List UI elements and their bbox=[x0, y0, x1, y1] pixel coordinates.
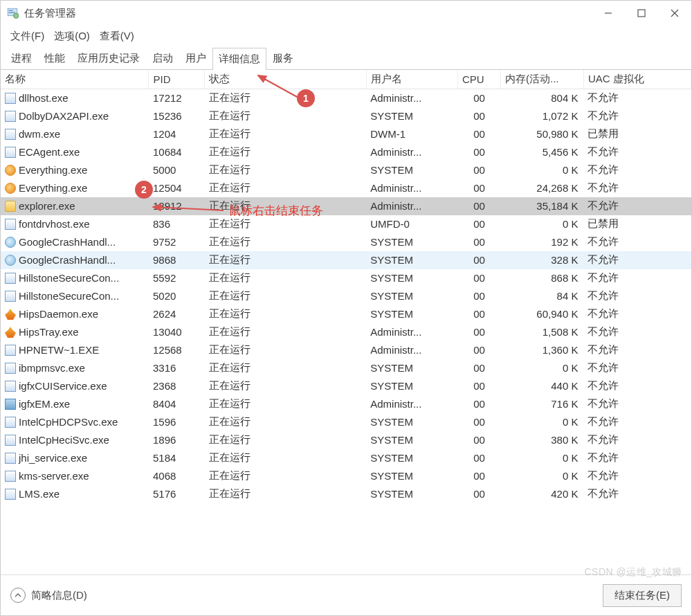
table-row[interactable]: IntelCpHeciSvc.exe1896正在运行SYSTEM00380 K不… bbox=[1, 431, 691, 449]
cell-mem: 328 K bbox=[501, 251, 584, 269]
cell-user: SYSTEM bbox=[366, 431, 457, 449]
cell-uac: 不允许 bbox=[583, 179, 691, 197]
table-row[interactable]: IntelCpHDCPSvc.exe1596正在运行SYSTEM000 K不允许 bbox=[1, 413, 691, 431]
cell-cpu: 00 bbox=[458, 161, 501, 179]
cell-pid: 15236 bbox=[149, 107, 205, 125]
table-row[interactable]: Everything.exe12504正在运行Administr...0024,… bbox=[1, 179, 691, 197]
col-uac[interactable]: UAC 虚拟化 bbox=[583, 70, 691, 89]
table-row[interactable]: explorer.exe18912正在运行Administr...0035,18… bbox=[1, 197, 691, 215]
table-row[interactable]: ibmpmsvc.exe3316正在运行SYSTEM000 K不允许 bbox=[1, 359, 691, 377]
minimize-button[interactable] bbox=[592, 1, 625, 26]
cell-user: SYSTEM bbox=[366, 107, 457, 125]
annotation-badge-2: 2 bbox=[135, 181, 153, 199]
table-row[interactable]: HillstoneSecureCon...5020正在运行SYSTEM0084 … bbox=[1, 287, 691, 305]
tab-processes[interactable]: 进程 bbox=[5, 47, 38, 69]
table-row[interactable]: HPNETW~1.EXE12568正在运行Administr...001,360… bbox=[1, 341, 691, 359]
cell-pid: 836 bbox=[149, 215, 205, 233]
process-icon bbox=[5, 111, 16, 122]
cell-status: 正在运行 bbox=[205, 305, 367, 323]
cell-status: 正在运行 bbox=[205, 161, 367, 179]
process-icon bbox=[5, 327, 16, 338]
col-cpu[interactable]: CPU bbox=[458, 70, 501, 89]
process-table-container: 名称 PID 状态 用户名 CPU 内存(活动... UAC 虚拟化 dllho… bbox=[1, 70, 691, 575]
process-icon bbox=[5, 237, 16, 248]
col-pid[interactable]: PID bbox=[149, 70, 205, 89]
table-row[interactable]: GoogleCrashHandl...9868正在运行SYSTEM00328 K… bbox=[1, 251, 691, 269]
cell-uac: 不允许 bbox=[583, 467, 691, 485]
close-button[interactable] bbox=[658, 1, 691, 26]
table-row[interactable]: kms-server.exe4068正在运行SYSTEM000 K不允许 bbox=[1, 467, 691, 485]
cell-pid: 5000 bbox=[149, 161, 205, 179]
cell-pid: 4068 bbox=[149, 467, 205, 485]
cell-status: 正在运行 bbox=[205, 431, 367, 449]
table-row[interactable]: HipsTray.exe13040正在运行Administr...001,508… bbox=[1, 323, 691, 341]
table-row[interactable]: dwm.exe1204正在运行DWM-10050,980 K已禁用 bbox=[1, 125, 691, 143]
cell-name: HipsTray.exe bbox=[1, 323, 149, 341]
cell-user: SYSTEM bbox=[366, 269, 457, 287]
cell-uac: 不允许 bbox=[583, 449, 691, 467]
cell-user: SYSTEM bbox=[366, 359, 457, 377]
cell-uac: 不允许 bbox=[583, 413, 691, 431]
cell-uac: 不允许 bbox=[583, 341, 691, 359]
col-name[interactable]: 名称 bbox=[1, 70, 149, 89]
task-manager-window: 任务管理器 文件(F) 选项(O) 查看(V) 进程 性能 应用历史记录 启动 … bbox=[0, 0, 692, 616]
cell-mem: 0 K bbox=[501, 215, 584, 233]
cell-uac: 不允许 bbox=[583, 287, 691, 305]
cell-name: dllhost.exe bbox=[1, 89, 149, 107]
table-row[interactable]: igfxCUIService.exe2368正在运行SYSTEM00440 K不… bbox=[1, 377, 691, 395]
tab-app-history[interactable]: 应用历史记录 bbox=[71, 47, 146, 69]
cell-name: Everything.exe bbox=[1, 179, 149, 197]
col-mem[interactable]: 内存(活动... bbox=[501, 70, 584, 89]
process-icon bbox=[5, 165, 16, 176]
col-status[interactable]: 状态 bbox=[205, 70, 367, 89]
svg-rect-2 bbox=[9, 12, 15, 14]
menu-options[interactable]: 选项(O) bbox=[51, 28, 93, 44]
fewer-details-label: 简略信息(D) bbox=[31, 589, 87, 602]
menu-file[interactable]: 文件(F) bbox=[8, 28, 47, 44]
cell-cpu: 00 bbox=[458, 89, 501, 107]
cell-user: Administr... bbox=[366, 89, 457, 107]
tab-services[interactable]: 服务 bbox=[266, 47, 300, 69]
cell-status: 正在运行 bbox=[205, 143, 367, 161]
table-row[interactable]: Everything.exe5000正在运行SYSTEM000 K不允许 bbox=[1, 161, 691, 179]
annotation-text: 鼠标右击结束任务 bbox=[229, 203, 323, 219]
tab-performance[interactable]: 性能 bbox=[38, 47, 71, 69]
tab-users[interactable]: 用户 bbox=[179, 47, 212, 69]
cell-pid: 5184 bbox=[149, 449, 205, 467]
process-icon bbox=[5, 219, 16, 230]
cell-user: SYSTEM bbox=[366, 161, 457, 179]
fewer-details-button[interactable]: 简略信息(D) bbox=[10, 588, 87, 603]
table-row[interactable]: igfxEM.exe8404正在运行Administr...00716 K不允许 bbox=[1, 395, 691, 413]
table-row[interactable]: GoogleCrashHandl...9752正在运行SYSTEM00192 K… bbox=[1, 233, 691, 251]
cell-cpu: 00 bbox=[458, 269, 501, 287]
table-row[interactable]: dllhost.exe17212正在运行Administr...00804 K不… bbox=[1, 89, 691, 107]
table-row[interactable]: DolbyDAX2API.exe15236正在运行SYSTEM001,072 K… bbox=[1, 107, 691, 125]
cell-status: 正在运行 bbox=[205, 107, 367, 125]
cell-user: Administr... bbox=[366, 395, 457, 413]
maximize-button[interactable] bbox=[625, 1, 658, 26]
tab-startup[interactable]: 启动 bbox=[146, 47, 179, 69]
menu-view[interactable]: 查看(V) bbox=[97, 28, 137, 44]
cell-status: 正在运行 bbox=[205, 89, 367, 107]
cell-uac: 不允许 bbox=[583, 233, 691, 251]
col-user[interactable]: 用户名 bbox=[366, 70, 457, 89]
cell-user: SYSTEM bbox=[366, 233, 457, 251]
cell-uac: 不允许 bbox=[583, 377, 691, 395]
cell-user: Administr... bbox=[366, 323, 457, 341]
cell-name: jhi_service.exe bbox=[1, 449, 149, 467]
table-row[interactable]: LMS.exe5176正在运行SYSTEM00420 K不允许 bbox=[1, 485, 691, 503]
cell-name: igfxEM.exe bbox=[1, 395, 149, 413]
cell-cpu: 00 bbox=[458, 215, 501, 233]
cell-mem: 50,980 K bbox=[501, 125, 584, 143]
cell-uac: 不允许 bbox=[583, 359, 691, 377]
table-row[interactable]: jhi_service.exe5184正在运行SYSTEM000 K不允许 bbox=[1, 449, 691, 467]
process-table-scroll[interactable]: 名称 PID 状态 用户名 CPU 内存(活动... UAC 虚拟化 dllho… bbox=[1, 70, 691, 574]
tab-details[interactable]: 详细信息 bbox=[212, 48, 266, 70]
table-row[interactable]: fontdrvhost.exe836正在运行UMFD-0000 K已禁用 bbox=[1, 215, 691, 233]
process-icon bbox=[5, 129, 16, 140]
end-task-button[interactable]: 结束任务(E) bbox=[603, 584, 682, 607]
table-row[interactable]: HillstoneSecureCon...5592正在运行SYSTEM00868… bbox=[1, 269, 691, 287]
table-row[interactable]: HipsDaemon.exe2624正在运行SYSTEM0060,940 K不允… bbox=[1, 305, 691, 323]
table-row[interactable]: ECAgent.exe10684正在运行Administr...005,456 … bbox=[1, 143, 691, 161]
process-icon bbox=[5, 147, 16, 158]
